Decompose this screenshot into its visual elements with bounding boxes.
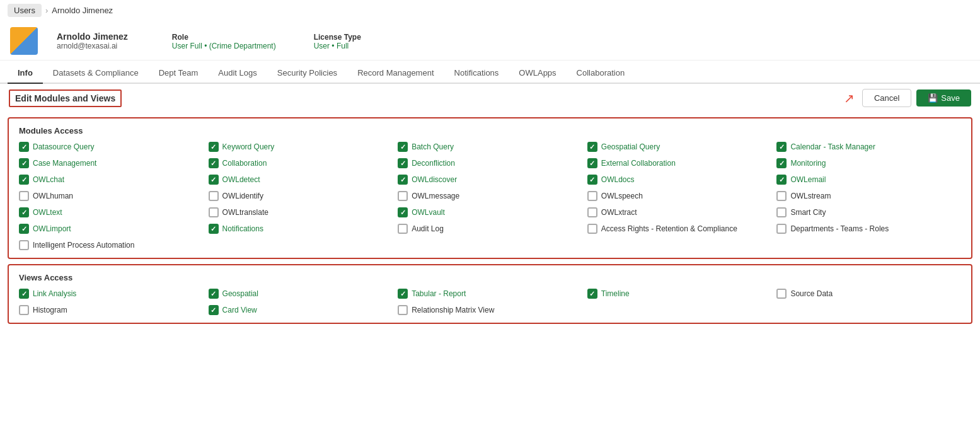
module-checkbox[interactable] (398, 158, 408, 168)
module-label: Notifications (222, 224, 263, 233)
views-title: Views Access (19, 273, 961, 282)
modules-grid: Datasource Query Keyword Query Batch Que… (19, 142, 961, 250)
view-checkbox[interactable] (776, 289, 787, 299)
module-checkbox[interactable] (776, 191, 787, 201)
module-checkbox[interactable] (19, 224, 29, 234)
module-item: OWLstream (776, 191, 961, 201)
tab-info[interactable]: Info (8, 63, 43, 84)
module-label: Batch Query (412, 142, 454, 151)
view-item: Link Analysis (19, 289, 204, 299)
user-email: arnold@texasai.ai (57, 42, 128, 50)
module-checkbox[interactable] (19, 207, 29, 217)
view-item: Card View (209, 305, 393, 315)
view-checkbox[interactable] (398, 289, 408, 299)
module-checkbox[interactable] (587, 224, 597, 234)
module-checkbox[interactable] (209, 207, 219, 217)
module-label: Departments - Teams - Roles (790, 224, 889, 233)
module-label: Collaboration (222, 159, 267, 168)
module-checkbox[interactable] (587, 142, 597, 152)
tab-collaboration[interactable]: Collaboration (567, 63, 635, 84)
view-item: Histogram (19, 305, 204, 315)
module-checkbox[interactable] (19, 191, 29, 201)
module-checkbox[interactable] (209, 158, 219, 168)
module-label: OWLspeech (601, 192, 643, 200)
tab-datasets[interactable]: Datasets & Compliance (43, 63, 149, 84)
view-checkbox[interactable] (19, 289, 29, 299)
module-checkbox[interactable] (398, 224, 408, 234)
tab-record-management[interactable]: Record Management (347, 63, 444, 84)
module-item: OWLtranslate (209, 207, 393, 217)
module-checkbox[interactable] (776, 142, 787, 152)
view-checkbox[interactable] (587, 289, 597, 299)
user-info: Arnoldo Jimenez arnold@texasai.ai (57, 32, 128, 50)
module-label: Smart City (790, 208, 826, 217)
module-item: Intelligent Process Automation (19, 240, 204, 250)
modules-title: Modules Access (19, 126, 961, 135)
module-checkbox[interactable] (587, 207, 597, 217)
module-item: Calendar - Task Manager (776, 142, 961, 152)
view-checkbox[interactable] (209, 305, 219, 315)
view-label: Tabular - Report (412, 289, 466, 298)
module-checkbox[interactable] (209, 142, 219, 152)
tab-security-policies[interactable]: Security Policies (267, 63, 347, 84)
tab-notifications[interactable]: Notifications (444, 63, 509, 84)
module-checkbox[interactable] (776, 224, 787, 234)
save-button[interactable]: 💾 Save (916, 89, 971, 107)
user-header: Arnoldo Jimenez arnold@texasai.ai Role U… (0, 21, 980, 61)
view-label: Source Data (790, 289, 833, 298)
module-checkbox[interactable] (776, 175, 787, 185)
module-item: Case Management (19, 158, 204, 168)
view-checkbox[interactable] (209, 289, 219, 299)
module-label: Audit Log (412, 224, 444, 233)
module-label: OWLdiscover (412, 175, 457, 184)
module-label: Intelligent Process Automation (33, 241, 134, 250)
module-checkbox[interactable] (398, 175, 408, 185)
module-checkbox[interactable] (19, 240, 29, 250)
breadcrumb-sep: › (45, 6, 48, 15)
module-label: OWLtext (33, 208, 62, 217)
module-label: Case Management (33, 159, 96, 168)
license-meta: License Type User • Full (314, 32, 361, 50)
module-checkbox[interactable] (776, 158, 787, 168)
module-label: OWLstream (790, 192, 831, 200)
module-checkbox[interactable] (587, 191, 597, 201)
module-checkbox[interactable] (587, 158, 597, 168)
view-label: Card View (222, 306, 257, 314)
module-item: Collaboration (209, 158, 393, 168)
module-item: Notifications (209, 224, 393, 234)
user-name: Arnoldo Jimenez (57, 32, 128, 42)
cancel-button[interactable]: Cancel (862, 89, 911, 107)
views-row2-grid: Histogram Card View Relationship Matrix … (19, 305, 961, 315)
views-access-box: Views Access Link Analysis Geospatial Ta… (8, 264, 972, 324)
module-item: OWLdetect (209, 175, 393, 185)
module-label: Monitoring (790, 159, 826, 168)
view-checkbox[interactable] (19, 305, 29, 315)
module-checkbox[interactable] (209, 224, 219, 234)
avatar (10, 27, 38, 55)
view-checkbox[interactable] (398, 305, 408, 315)
module-checkbox[interactable] (587, 175, 597, 185)
module-label: Calendar - Task Manager (790, 142, 875, 151)
module-label: Geospatial Query (601, 142, 660, 151)
module-checkbox[interactable] (19, 142, 29, 152)
module-item: OWLspeech (587, 191, 772, 201)
module-item: OWLimport (19, 224, 204, 234)
module-checkbox[interactable] (19, 175, 29, 185)
module-checkbox[interactable] (398, 207, 408, 217)
section-header: Edit Modules and Views ↗ Cancel 💾 Save (0, 84, 980, 112)
module-checkbox[interactable] (209, 191, 219, 201)
module-checkbox[interactable] (19, 158, 29, 168)
tab-dept-team[interactable]: Dept Team (149, 63, 209, 84)
module-checkbox[interactable] (209, 175, 219, 185)
license-value: User • Full (314, 42, 361, 50)
module-item: Departments - Teams - Roles (776, 224, 961, 234)
tab-audit-logs[interactable]: Audit Logs (208, 63, 267, 84)
module-item: OWLvault (398, 207, 582, 217)
module-checkbox[interactable] (398, 142, 408, 152)
module-checkbox[interactable] (776, 207, 787, 217)
breadcrumb-users[interactable]: Users (8, 4, 42, 17)
module-checkbox[interactable] (398, 191, 408, 201)
breadcrumb: Users › Arnoldo Jimenez (0, 0, 980, 21)
module-label: OWLhuman (33, 192, 73, 200)
tab-owlapps[interactable]: OWLApps (509, 63, 566, 84)
